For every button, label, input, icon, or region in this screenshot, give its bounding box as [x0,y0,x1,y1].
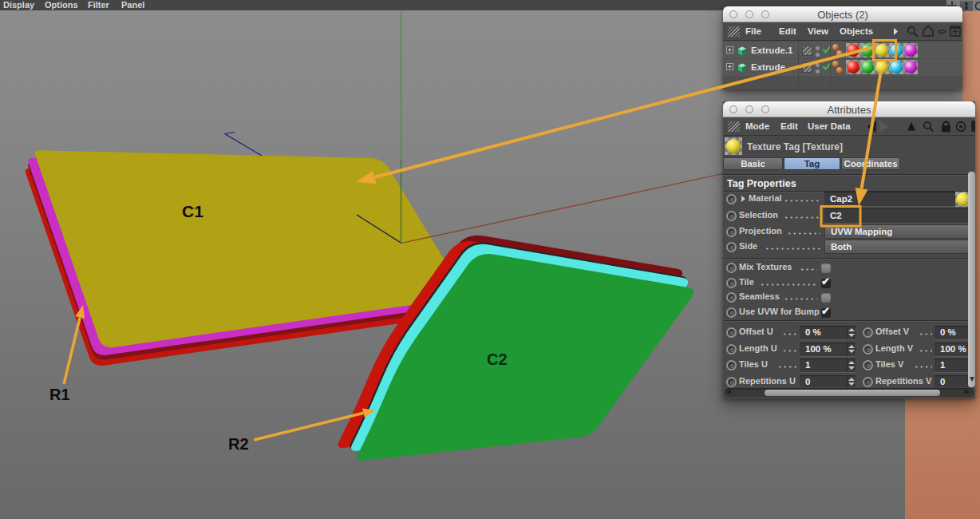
svg-text:R2: R2 [228,435,249,453]
svg-text:R1: R1 [49,386,70,403]
svg-text:C2: C2 [487,351,508,368]
svg-text:C1: C1 [182,202,204,220]
